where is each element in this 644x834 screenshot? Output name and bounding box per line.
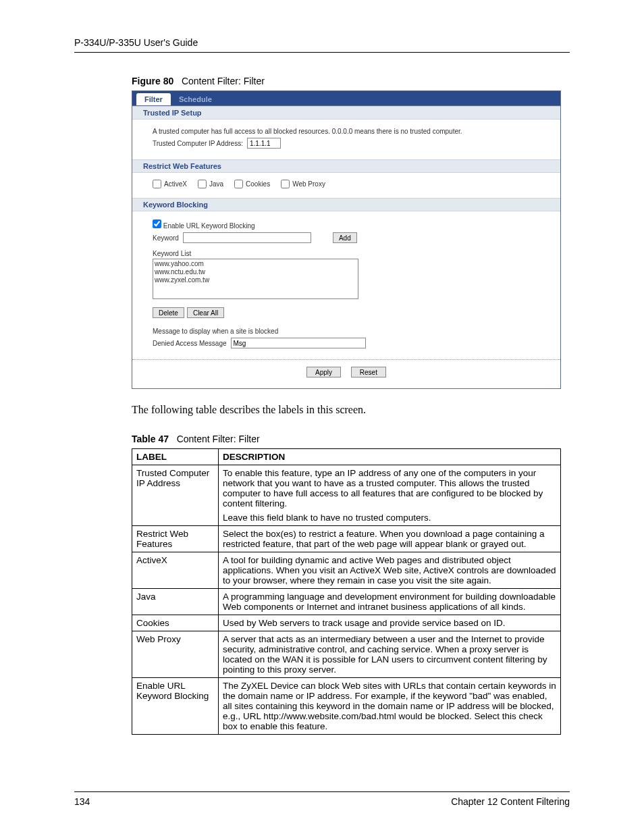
section-restrict-heading: Restrict Web Features: [132, 159, 560, 173]
th-label: LABEL: [132, 449, 219, 465]
screenshot-panel: Filter Schedule Trusted IP Setup A trust…: [132, 90, 561, 389]
row-label: Trusted Computer IP Address: [132, 465, 219, 526]
row-label: Java: [132, 589, 219, 615]
table-row: Restrict Web Features Select the box(es)…: [132, 526, 561, 552]
chk-activex[interactable]: ActiveX: [153, 180, 187, 188]
chapter-label: Chapter 12 Content Filtering: [451, 796, 570, 807]
row-desc: Used by Web servers to track usage and p…: [219, 615, 561, 631]
running-header: P-334U/P-335U User's Guide: [74, 37, 570, 53]
row-label: Web Proxy: [132, 631, 219, 678]
row-label: Cookies: [132, 615, 219, 631]
section-trusted-heading: Trusted IP Setup: [132, 106, 560, 120]
delete-button[interactable]: Delete: [153, 307, 184, 318]
table-row: ActiveX A tool for building dynamic and …: [132, 552, 561, 589]
list-item[interactable]: www.zyxel.com.tw: [155, 276, 356, 284]
apply-button[interactable]: Apply: [306, 367, 341, 377]
keyword-list-label: Keyword List: [153, 250, 540, 257]
table-title: Content Filter: Filter: [177, 434, 260, 444]
denied-msg-caption: Message to display when a site is blocke…: [153, 328, 540, 335]
tab-bar: Filter Schedule: [132, 91, 560, 106]
keyword-input[interactable]: [183, 232, 311, 243]
trusted-ip-label: Trusted Computer IP Address:: [153, 140, 243, 147]
page-number: 134: [74, 796, 90, 807]
row-desc: A server that acts as an intermediary be…: [219, 631, 561, 678]
denied-msg-input[interactable]: [231, 338, 366, 348]
clear-all-button[interactable]: Clear All: [187, 307, 224, 318]
row-label: ActiveX: [132, 552, 219, 589]
keyword-label: Keyword: [153, 234, 179, 242]
chk-enable-keyword[interactable]: Enable URL Keyword Blocking: [153, 219, 255, 230]
table-label: Table 47: [132, 434, 169, 444]
keyword-listbox[interactable]: www.yahoo.com www.nctu.edu.tw www.zyxel.…: [153, 259, 358, 299]
row-label: Enable URL Keyword Blocking: [132, 678, 219, 735]
chk-cookies[interactable]: Cookies: [234, 180, 270, 188]
table-row: Web Proxy A server that acts as an inter…: [132, 631, 561, 678]
list-item[interactable]: www.nctu.edu.tw: [155, 268, 356, 276]
row-desc: A tool for building dynamic and active W…: [219, 552, 561, 589]
chk-webproxy[interactable]: Web Proxy: [281, 180, 325, 188]
list-item[interactable]: www.yahoo.com: [155, 260, 356, 268]
row-desc: To enable this feature, type an IP addre…: [219, 465, 561, 526]
figure-caption: Figure 80 Content Filter: Filter: [132, 76, 570, 86]
table-header-row: LABEL DESCRIPTION: [132, 449, 561, 465]
chk-java[interactable]: Java: [198, 180, 223, 188]
section-keyword-heading: Keyword Blocking: [132, 198, 560, 211]
denied-msg-label: Denied Access Message: [153, 340, 227, 347]
panel-footer: Apply Reset: [132, 359, 560, 388]
figure-title: Content Filter: Filter: [182, 76, 265, 86]
row-desc: A programming language and development e…: [219, 589, 561, 615]
description-table: LABEL DESCRIPTION Trusted Computer IP Ad…: [132, 448, 561, 735]
th-description: DESCRIPTION: [219, 449, 561, 465]
table-row: Cookies Used by Web servers to track usa…: [132, 615, 561, 631]
restrict-row: ActiveX Java Cookies Web Proxy: [153, 178, 540, 190]
table-caption: Table 47 Content Filter: Filter: [132, 434, 570, 444]
trusted-desc-text: A trusted computer has full access to al…: [153, 128, 540, 135]
trusted-ip-input[interactable]: [247, 138, 281, 149]
row-desc: The ZyXEL Device can block Web sites wit…: [219, 678, 561, 735]
table-row: Java A programming language and developm…: [132, 589, 561, 615]
add-button[interactable]: Add: [333, 232, 357, 243]
tab-filter[interactable]: Filter: [136, 93, 171, 105]
row-desc: Select the box(es) to restrict a feature…: [219, 526, 561, 552]
intro-text: The following table describes the labels…: [132, 404, 570, 416]
table-row: Trusted Computer IP Address To enable th…: [132, 465, 561, 526]
reset-button[interactable]: Reset: [351, 367, 386, 377]
table-row: Enable URL Keyword Blocking The ZyXEL De…: [132, 678, 561, 735]
tab-schedule[interactable]: Schedule: [171, 93, 220, 105]
row-label: Restrict Web Features: [132, 526, 219, 552]
figure-label: Figure 80: [132, 76, 173, 86]
page-footer: 134 Chapter 12 Content Filtering: [74, 791, 570, 807]
